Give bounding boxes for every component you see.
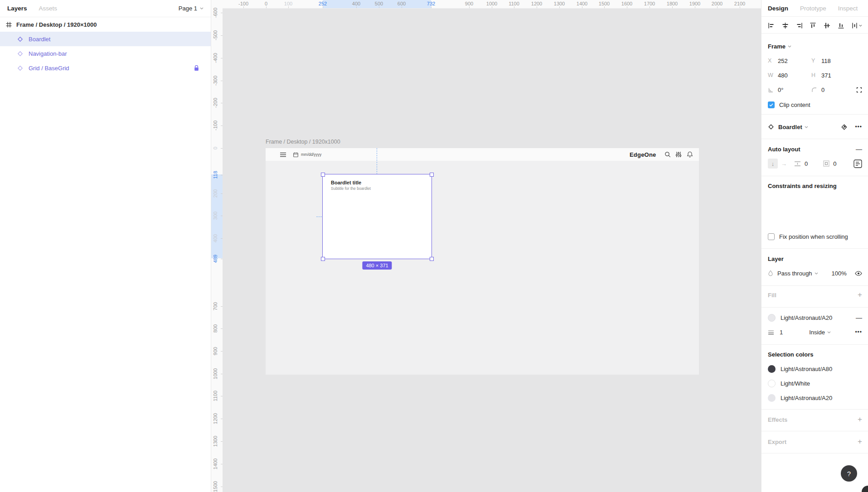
tree-item-frame-root[interactable]: Frame / Desktop / 1920×1000 xyxy=(0,17,211,32)
bell-icon[interactable] xyxy=(687,151,693,158)
x-label: X xyxy=(768,58,778,64)
selection-color-row[interactable]: Light/Astronaut/A80 xyxy=(761,362,868,375)
stroke-weight-input[interactable]: 1 xyxy=(780,329,783,336)
date-input[interactable]: mm/dd/yyyy xyxy=(301,152,321,157)
tab-prototype[interactable]: Prototype xyxy=(800,5,826,12)
blend-mode-icon[interactable] xyxy=(768,270,773,276)
clip-content-row[interactable]: Clip content xyxy=(761,98,868,111)
frame-title-label[interactable]: Frame / Desktop / 1920x1000 xyxy=(266,139,340,145)
ruler-tick xyxy=(221,35,223,36)
ruler-label: 0 xyxy=(265,1,267,6)
ruler-label: 1500 xyxy=(599,1,610,6)
independent-corners-icon[interactable] xyxy=(856,87,862,93)
lock-icon[interactable] xyxy=(194,65,199,71)
padding-input[interactable]: 0 xyxy=(833,160,836,167)
corner-radius-input[interactable]: 0 xyxy=(821,87,824,93)
selection-handle-se[interactable] xyxy=(430,257,434,261)
auto-layout-header: Auto layout — xyxy=(761,143,868,155)
ruler-label: 700 xyxy=(213,302,218,310)
hamburger-icon[interactable] xyxy=(280,152,286,157)
frame-section-header[interactable]: Frame xyxy=(761,40,868,53)
tab-assets[interactable]: Assets xyxy=(39,5,58,12)
tab-design[interactable]: Design xyxy=(768,5,788,12)
page-selector[interactable]: Page 1 xyxy=(179,5,204,12)
fix-position-checkbox-unchecked[interactable] xyxy=(768,233,775,240)
navbar-layer[interactable]: mm/dd/yyyy EdgeOne xyxy=(266,148,699,161)
add-effect-icon[interactable]: + xyxy=(858,415,862,424)
selection-handle-ne[interactable] xyxy=(430,173,434,177)
component-diamond-icon xyxy=(17,65,23,71)
clip-content-checkbox-checked[interactable] xyxy=(768,101,775,108)
layout-direction-vertical-icon[interactable]: ↓ xyxy=(768,159,778,169)
align-bottom-icon[interactable] xyxy=(838,22,844,29)
item-spacing-input[interactable]: 0 xyxy=(805,160,808,167)
sliders-icon[interactable] xyxy=(675,151,682,158)
stroke-color-swatch[interactable] xyxy=(768,314,776,322)
stroke-settings-row: 1 Inside ••• xyxy=(761,326,868,338)
tab-inspect[interactable]: Inspect xyxy=(838,5,858,12)
size-row: W 480 H 371 xyxy=(761,69,868,82)
chevron-down-icon xyxy=(815,272,818,275)
more-options-icon[interactable]: ••• xyxy=(855,124,862,130)
width-input[interactable]: 480 xyxy=(778,72,811,79)
alignment-panel-icon[interactable] xyxy=(853,159,862,168)
color-swatch[interactable] xyxy=(768,394,776,402)
component-actions-icon[interactable] xyxy=(841,124,848,130)
boardlet-layer-selected[interactable]: Boardlet title Subtitle for the boardlet xyxy=(323,174,432,259)
chevron-down-icon xyxy=(805,126,808,128)
align-top-icon[interactable] xyxy=(810,22,816,29)
remove-auto-layout-icon[interactable]: — xyxy=(856,145,862,153)
ruler-label: 1000 xyxy=(486,1,497,6)
constraints-header: Constraints and resizing xyxy=(761,179,868,192)
ruler-label: 118 xyxy=(213,171,218,179)
selection-handle-nw[interactable] xyxy=(321,173,325,177)
help-button[interactable]: ? xyxy=(841,465,857,482)
ruler-tick xyxy=(650,6,650,8)
left-ruler[interactable]: -600-500-400-300-200-1000118200300400489… xyxy=(211,8,223,492)
stroke-align-select[interactable]: Inside xyxy=(809,329,825,336)
color-swatch[interactable] xyxy=(768,365,776,373)
visibility-eye-icon[interactable] xyxy=(855,271,862,276)
design-frame[interactable]: mm/dd/yyyy EdgeOne Boardlet title Subtit… xyxy=(266,148,699,375)
opacity-input[interactable]: 100% xyxy=(832,270,847,277)
color-swatch[interactable] xyxy=(768,380,776,387)
ruler-tick xyxy=(492,6,492,8)
layout-direction-horizontal-icon[interactable]: → xyxy=(781,160,787,167)
selection-size-badge: 480 × 371 xyxy=(362,261,392,270)
ruler-tick xyxy=(221,125,223,126)
ruler-label: -400 xyxy=(213,53,218,63)
tree-item-boardlet[interactable]: Boardlet xyxy=(0,32,211,46)
blend-mode-value[interactable]: Pass through xyxy=(777,270,812,277)
tree-item-grid-basegrid[interactable]: Grid / BaseGrid xyxy=(0,61,211,75)
distribute-menu-icon[interactable] xyxy=(852,22,862,29)
x-input[interactable]: 252 xyxy=(778,58,811,64)
add-fill-icon[interactable]: + xyxy=(858,290,862,299)
y-input[interactable]: 118 xyxy=(821,58,831,64)
selection-color-row[interactable]: Light/Astronaut/A20 xyxy=(761,391,868,404)
add-export-icon[interactable]: + xyxy=(858,437,862,446)
ruler-tick xyxy=(582,6,582,8)
component-row[interactable]: Boardlet ••• xyxy=(761,121,868,133)
calendar-icon[interactable] xyxy=(293,152,298,157)
remove-stroke-icon[interactable]: — xyxy=(856,314,862,321)
align-right-icon[interactable] xyxy=(796,22,803,29)
align-vertical-center-icon[interactable] xyxy=(824,22,830,29)
selection-color-row[interactable]: Light/White xyxy=(761,377,868,390)
height-input[interactable]: 371 xyxy=(821,72,831,79)
fix-position-row[interactable]: Fix position when scrolling xyxy=(761,230,868,243)
align-left-icon[interactable] xyxy=(768,22,775,29)
align-horizontal-center-icon[interactable] xyxy=(782,22,789,29)
stroke-more-options-icon[interactable]: ••• xyxy=(855,329,862,335)
top-ruler[interactable]: -100010025240050060073290010001100120013… xyxy=(211,0,761,9)
ruler-label: 1700 xyxy=(644,1,655,6)
tree-item-navigation-bar[interactable]: Navigation-bar xyxy=(0,46,211,61)
rotation-input[interactable]: 0° xyxy=(778,87,811,93)
ruler-tick xyxy=(221,81,223,81)
snap-guide-horizontal xyxy=(316,217,322,217)
fill-section-header: Fill + xyxy=(761,289,868,301)
tab-layers[interactable]: Layers xyxy=(7,5,27,12)
search-icon[interactable] xyxy=(664,151,671,158)
selection-handle-sw[interactable] xyxy=(321,257,325,261)
stroke-color-row[interactable]: Light/Astronaut/A20 — xyxy=(761,311,868,324)
ruler-label: 500 xyxy=(375,1,383,6)
